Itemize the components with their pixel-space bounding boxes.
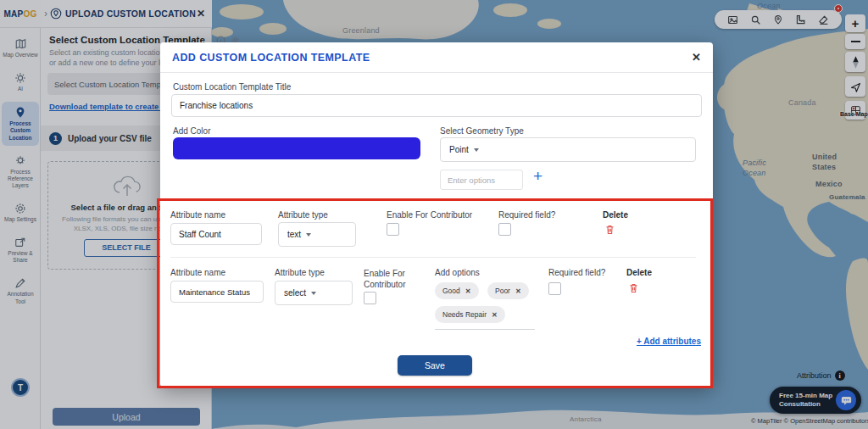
geometry-type-select[interactable]: Point <box>440 137 696 162</box>
chip-remove-icon[interactable]: ✕ <box>492 311 498 319</box>
enter-options-input[interactable] <box>440 170 523 190</box>
chevron-down-icon <box>474 148 479 152</box>
template-title-label: Custom Location Template Title <box>173 82 291 92</box>
chevron-down-icon <box>306 233 311 237</box>
attribute-name-label: Attribute name <box>170 210 225 220</box>
enable-contributor-label: Enable For Contributor <box>387 210 472 220</box>
modal-title: ADD CUSTOM LOCATION TEMPLATE <box>172 52 692 64</box>
required-field-checkbox[interactable] <box>548 282 561 295</box>
modal-close-button[interactable]: ✕ <box>692 51 701 64</box>
add-template-modal: ADD CUSTOM LOCATION TEMPLATE ✕ Custom Lo… <box>160 42 713 387</box>
add-attributes-link[interactable]: + Add attributes <box>542 337 701 346</box>
delete-trash-icon[interactable] <box>604 224 615 236</box>
attribute-type-select[interactable]: text <box>278 222 356 247</box>
option-chip-label: Poor <box>495 287 510 295</box>
delete-label: Delete <box>626 268 652 277</box>
delete-label: Delete <box>603 210 628 220</box>
enable-contributor-checkbox[interactable] <box>364 292 376 304</box>
template-title-input[interactable] <box>171 94 702 117</box>
attribute-type-select[interactable]: select <box>275 281 353 305</box>
row-divider <box>170 257 696 258</box>
required-field-label: Required field? <box>548 268 605 277</box>
geometry-type-label: Select Geometry Type <box>440 126 524 136</box>
chevron-down-icon <box>311 292 316 295</box>
delete-trash-icon[interactable] <box>628 282 639 294</box>
save-button[interactable]: Save <box>398 355 472 376</box>
option-chip[interactable]: Poor ✕ <box>487 282 529 299</box>
add-option-button[interactable]: + <box>533 168 542 184</box>
options-input-underline <box>435 329 535 330</box>
enable-contributor-checkbox[interactable] <box>387 223 399 236</box>
attribute-type-value: text <box>287 230 301 239</box>
option-chip[interactable]: Needs Repair ✕ <box>435 306 505 323</box>
enable-contributor-label: Enable For Contributor <box>364 268 421 290</box>
attribute-name-input[interactable] <box>170 281 264 303</box>
required-field-checkbox[interactable] <box>498 223 511 236</box>
chip-remove-icon[interactable]: ✕ <box>465 287 471 295</box>
attribute-type-label: Attribute type <box>278 210 328 220</box>
chip-remove-icon[interactable]: ✕ <box>515 287 521 295</box>
add-options-label: Add options <box>435 268 480 277</box>
attribute-type-label: Attribute type <box>275 268 325 277</box>
add-color-label: Add Color <box>173 126 210 136</box>
modal-header: ADD CUSTOM LOCATION TEMPLATE ✕ <box>160 42 713 73</box>
geometry-type-value: Point <box>449 145 469 154</box>
color-swatch[interactable] <box>173 137 420 159</box>
option-chip-label: Good <box>442 287 460 295</box>
attribute-name-input[interactable] <box>170 223 262 245</box>
attribute-name-label: Attribute name <box>170 268 225 277</box>
app-window: Ocean Greenland Canada United States Pac… <box>0 0 868 429</box>
attribute-type-value: select <box>284 288 306 298</box>
required-field-label: Required field? <box>498 210 555 220</box>
option-chip-label: Needs Repair <box>442 310 487 319</box>
option-chip[interactable]: Good ✕ <box>435 282 479 299</box>
